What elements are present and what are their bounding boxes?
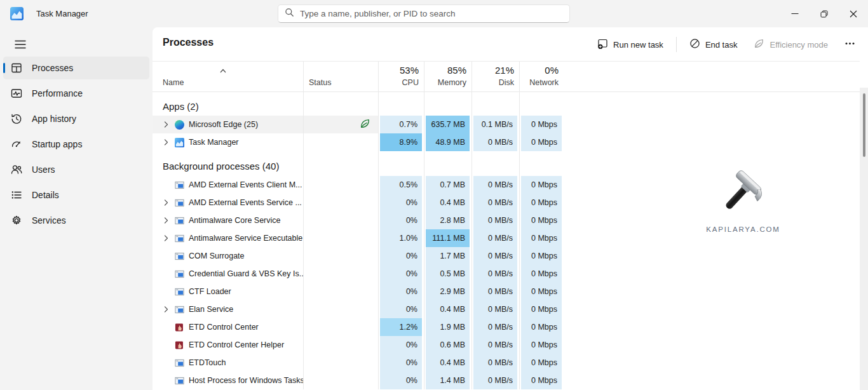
process-name: Antimalware Service Executable	[189, 234, 302, 243]
users-icon	[10, 163, 23, 176]
hand-icon	[174, 340, 184, 350]
performance-icon	[10, 87, 23, 100]
end-task-button[interactable]: End task	[686, 36, 742, 53]
network-cell: 0 Mbps	[519, 176, 564, 194]
end-task-label: End task	[705, 40, 738, 50]
disk-cell: 0 MB/s	[471, 300, 519, 318]
process-row[interactable]: Elan Service0%0.4 MB0 MB/s0 Mbps	[153, 300, 564, 318]
sidebar-item-label: Processes	[32, 63, 73, 73]
scrollbar-thumb[interactable]	[863, 93, 865, 157]
memory-cell: 1.7 MB	[424, 247, 471, 265]
process-row[interactable]: Credential Guard & VBS Key Is...0%0.5 MB…	[153, 265, 564, 283]
expand-chevron-icon[interactable]	[162, 234, 170, 242]
sidebar-nav: ProcessesPerformanceApp historyStartup a…	[0, 57, 153, 234]
expand-chevron-icon[interactable]	[162, 121, 170, 128]
run-new-task-label: Run new task	[613, 40, 663, 50]
process-row[interactable]: COM Surrogate0%1.7 MB0 MB/s0 Mbps	[153, 247, 564, 265]
group-header-row[interactable]: Apps (2)	[153, 97, 564, 116]
process-row[interactable]: Antimalware Service Executable1.0%111.1 …	[153, 229, 564, 247]
process-row[interactable]: ETD Control Center Helper0%0.6 MB0 MB/s0…	[153, 336, 564, 354]
cpu-cell: 0%	[378, 247, 424, 265]
column-header-status[interactable]: Status	[303, 62, 378, 91]
process-name: ETD Control Center	[189, 323, 259, 332]
network-cell: 0 Mbps	[519, 372, 564, 389]
process-row[interactable]: Antimalware Core Service0%2.8 MB0 MB/s0 …	[153, 212, 564, 229]
win-icon	[174, 198, 184, 208]
group-header-row[interactable]: Background processes (40)	[153, 156, 564, 176]
column-header-memory[interactable]: 85% Memory	[424, 62, 471, 91]
watermark: KAPILARYA.COM	[700, 168, 786, 233]
vertical-scrollbar[interactable]	[860, 88, 868, 390]
cpu-cell: 0%	[378, 265, 424, 283]
status-cell	[303, 265, 378, 283]
watermark-text: KAPILARYA.COM	[700, 225, 786, 233]
expand-chevron-icon[interactable]	[162, 138, 170, 146]
expand-chevron-icon[interactable]	[162, 217, 170, 224]
disk-cell: 0 MB/s	[471, 336, 519, 354]
cpu-cell: 0%	[378, 300, 424, 318]
network-cell: 0 Mbps	[519, 194, 564, 212]
memory-cell: 0.4 MB	[424, 354, 471, 372]
process-row[interactable]: CTF Loader0%2.9 MB0 MB/s0 Mbps	[153, 283, 564, 300]
process-row[interactable]: Task Manager8.9%48.9 MB0 MB/s0 Mbps	[153, 133, 564, 151]
sidebar-item-users[interactable]: Users	[3, 158, 149, 181]
cpu-cell: 0%	[378, 283, 424, 300]
column-header-name[interactable]: Name	[153, 62, 303, 91]
efficiency-mode-button[interactable]: Efficiency mode	[750, 36, 832, 53]
network-cell: 0 Mbps	[519, 229, 564, 247]
process-row[interactable]: Microsoft Edge (25)0.7%635.7 MB0.1 MB/s0…	[153, 116, 564, 133]
process-row[interactable]: ETD Control Center1.2%1.9 MB0 MB/s0 Mbps	[153, 318, 564, 336]
search-input[interactable]	[300, 9, 563, 18]
memory-cell: 48.9 MB	[424, 133, 471, 151]
status-cell	[303, 194, 378, 212]
sidebar-item-services[interactable]: Services	[3, 209, 149, 232]
memory-cell: 2.8 MB	[424, 212, 471, 229]
column-header-disk[interactable]: 21% Disk	[471, 62, 519, 91]
process-row[interactable]: ETDTouch0%0.4 MB0 MB/s0 Mbps	[153, 354, 564, 372]
restore-button[interactable]	[810, 0, 839, 27]
end-task-icon	[689, 38, 700, 51]
sidebar-item-startup-apps[interactable]: Startup apps	[3, 133, 149, 156]
navigation-menu-button[interactable]	[8, 35, 33, 57]
process-name: Microsoft Edge (25)	[189, 120, 258, 129]
close-button[interactable]	[839, 0, 868, 27]
status-cell	[303, 176, 378, 194]
status-cell	[303, 283, 378, 300]
search-box[interactable]	[278, 4, 570, 23]
more-options-button[interactable]	[841, 36, 859, 53]
memory-cell: 0.4 MB	[424, 194, 471, 212]
process-name: AMD External Events Service ...	[189, 198, 302, 207]
task-manager-logo-icon	[10, 7, 24, 20]
processes-icon	[10, 62, 23, 74]
network-cell: 0 Mbps	[519, 265, 564, 283]
memory-total: 85%	[447, 65, 466, 76]
cpu-cell: 0%	[378, 372, 424, 389]
sidebar-item-performance[interactable]: Performance	[3, 82, 149, 105]
process-name: Antimalware Core Service	[189, 216, 281, 225]
run-new-task-button[interactable]: Run new task	[593, 36, 667, 53]
process-row[interactable]: AMD External Events Service ...0%0.4 MB0…	[153, 194, 564, 212]
memory-cell: 111.1 MB	[424, 229, 471, 247]
column-header-cpu[interactable]: 53% CPU	[378, 62, 424, 91]
sidebar-item-label: App history	[32, 114, 76, 124]
cpu-cell: 8.9%	[378, 133, 424, 151]
sidebar-item-label: Startup apps	[32, 139, 82, 149]
win-icon	[174, 305, 184, 314]
expand-chevron-icon[interactable]	[162, 306, 170, 313]
disk-cell: 0 MB/s	[471, 176, 519, 194]
memory-cell: 2.9 MB	[424, 283, 471, 300]
status-cell	[303, 212, 378, 229]
expand-chevron-icon[interactable]	[162, 199, 170, 206]
process-row[interactable]: AMD External Events Client M...0.5%0.7 M…	[153, 176, 564, 194]
minimize-button[interactable]	[780, 0, 810, 27]
column-header-network[interactable]: 0% Network	[519, 62, 564, 91]
sidebar-item-app-history[interactable]: App history	[3, 107, 149, 130]
status-cell	[303, 300, 378, 318]
sidebar-item-details[interactable]: Details	[3, 184, 149, 206]
network-cell: 0 Mbps	[519, 283, 564, 300]
network-total: 0%	[545, 65, 559, 76]
network-cell: 0 Mbps	[519, 336, 564, 354]
sidebar-item-processes[interactable]: Processes	[3, 57, 149, 79]
process-row[interactable]: Host Process for Windows Tasks0%1.4 MB0 …	[153, 372, 564, 389]
disk-cell: 0 MB/s	[471, 194, 519, 212]
